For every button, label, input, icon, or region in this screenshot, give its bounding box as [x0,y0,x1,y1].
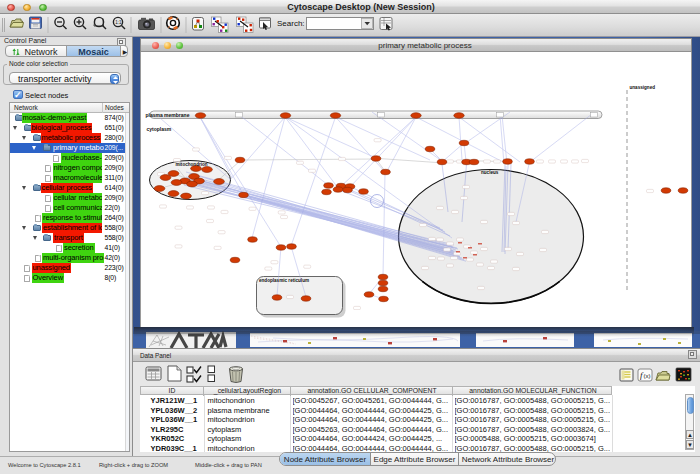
svg-text:Search:: Search: [277,19,305,28]
svg-text:cytoplasm: cytoplasm [147,126,172,132]
svg-text:plasma membrane: plasma membrane [146,112,190,118]
svg-text:(x): (x) [644,373,651,379]
svg-text:1:1: 1:1 [115,20,122,25]
svg-text:nucleus: nucleus [481,170,499,175]
svg-text:mitochondrion: mitochondrion [176,162,208,167]
svg-text:endoplasmic reticulum: endoplasmic reticulum [259,278,309,283]
svg-text:unassigned: unassigned [630,85,656,90]
